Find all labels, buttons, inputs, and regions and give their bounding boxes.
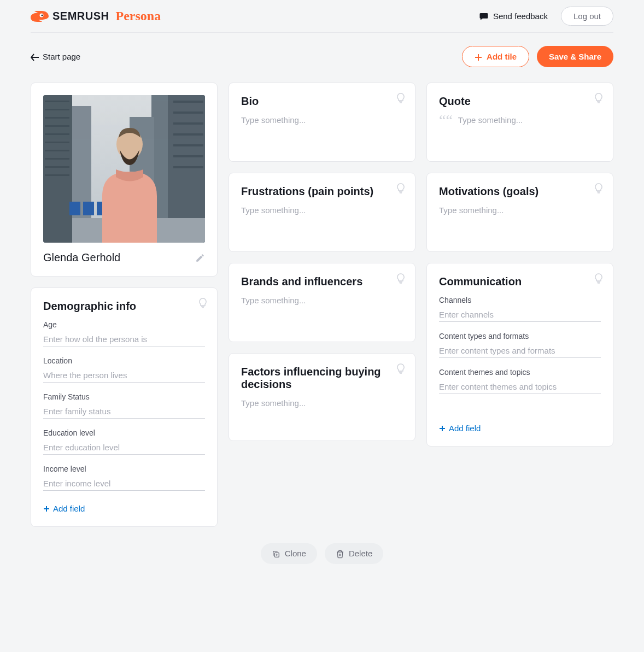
field-label-channels: Channels [439, 296, 601, 304]
communication-title: Communication [439, 275, 601, 288]
frustrations-title: Frustrations (pain points) [241, 185, 403, 198]
factors-input[interactable] [241, 398, 403, 426]
field-label-family: Family Status [43, 392, 205, 401]
quote-tile: Quote ““ [426, 83, 613, 162]
field-label-age: Age [43, 320, 205, 329]
svg-rect-23 [173, 144, 203, 146]
brands-input[interactable] [241, 296, 403, 324]
motivations-tile: Motivations (goals) [426, 173, 613, 252]
add-field-label: Add field [449, 424, 481, 433]
demographic-title: Demographic info [43, 300, 205, 313]
svg-rect-18 [45, 174, 69, 176]
svg-rect-11 [45, 117, 69, 119]
location-input[interactable] [43, 368, 205, 383]
field-label-content-types: Content types and formats [439, 332, 601, 340]
lightbulb-icon[interactable] [594, 183, 603, 196]
action-bar: Start page Add tile Save & Share [31, 46, 613, 67]
plus-icon [475, 52, 482, 61]
frustrations-input[interactable] [241, 205, 403, 233]
svg-rect-15 [45, 150, 69, 151]
svg-rect-25 [173, 166, 203, 168]
svg-rect-22 [173, 133, 203, 136]
field-label-location: Location [43, 356, 205, 365]
svg-rect-17 [45, 166, 69, 168]
delete-label: Delete [349, 549, 372, 558]
motivations-title: Motivations (goals) [439, 185, 601, 198]
clone-label: Clone [285, 549, 306, 558]
svg-rect-21 [173, 122, 203, 125]
age-input[interactable] [43, 332, 205, 346]
demographic-tile: Demographic info Age Location Family Sta… [31, 287, 218, 527]
field-label-content-themes: Content themes and topics [439, 368, 601, 377]
back-link[interactable]: Start page [31, 52, 80, 61]
factors-title: Factors influencing buying decisions [241, 366, 403, 391]
svg-rect-16 [45, 158, 69, 160]
edit-icon[interactable] [195, 252, 205, 263]
svg-rect-9 [45, 101, 69, 102]
persona-name: Glenda Gerhold [43, 251, 120, 264]
persona-avatar[interactable] [43, 95, 205, 243]
feedback-label: Send feedback [493, 11, 548, 21]
quote-icon: ““ [439, 116, 453, 124]
field-label-income: Income level [43, 465, 205, 473]
add-tile-button[interactable]: Add tile [462, 46, 529, 67]
frustrations-tile: Frustrations (pain points) [229, 173, 415, 252]
bio-tile: Bio [229, 83, 415, 162]
svg-rect-10 [45, 109, 69, 110]
lightbulb-icon[interactable] [594, 93, 603, 106]
bio-title: Bio [241, 95, 403, 108]
delete-button[interactable]: Delete [325, 543, 383, 564]
back-label: Start page [43, 52, 80, 61]
header: SEMRUSH Persona Send feedback Log out [31, 0, 613, 33]
svg-rect-27 [83, 202, 94, 215]
communication-tile: Communication Channels Content types and… [426, 263, 613, 447]
save-share-button[interactable]: Save & Share [537, 46, 613, 67]
brands-title: Brands and influencers [241, 275, 403, 288]
svg-point-1 [42, 14, 43, 16]
logo[interactable]: SEMRUSH Persona [31, 9, 161, 24]
quote-input[interactable] [458, 115, 601, 125]
lightbulb-icon[interactable] [396, 273, 405, 286]
family-status-input[interactable] [43, 404, 205, 419]
lightbulb-icon[interactable] [396, 93, 405, 106]
lightbulb-icon[interactable] [594, 273, 603, 286]
clone-icon [272, 549, 280, 559]
lightbulb-icon[interactable] [396, 363, 405, 377]
svg-rect-26 [69, 202, 80, 215]
trash-icon [336, 549, 344, 559]
footer-actions: Clone Delete [31, 543, 613, 564]
feedback-icon [479, 11, 489, 21]
field-label-education: Education level [43, 428, 205, 437]
clone-button[interactable]: Clone [261, 543, 317, 564]
motivations-input[interactable] [439, 205, 601, 233]
svg-rect-14 [45, 142, 69, 143]
svg-rect-19 [173, 101, 203, 103]
content-themes-input[interactable] [439, 380, 601, 394]
send-feedback-link[interactable]: Send feedback [479, 11, 548, 21]
back-arrow-icon [31, 52, 39, 61]
logout-button[interactable]: Log out [561, 7, 613, 26]
channels-input[interactable] [439, 308, 601, 322]
svg-rect-20 [173, 111, 203, 114]
add-field-demographic[interactable]: Add field [43, 504, 85, 513]
semrush-logo-icon [31, 10, 49, 23]
svg-rect-12 [45, 125, 69, 127]
add-field-communication[interactable]: Add field [439, 424, 481, 433]
quote-title: Quote [439, 95, 601, 108]
brand-sub: Persona [116, 9, 161, 24]
svg-rect-24 [173, 155, 203, 157]
content-types-input[interactable] [439, 344, 601, 358]
lightbulb-icon[interactable] [198, 298, 207, 311]
bio-input[interactable] [241, 115, 403, 143]
svg-rect-13 [45, 133, 69, 135]
brand-name: SEMRUSH [52, 10, 109, 22]
income-input[interactable] [43, 477, 205, 491]
add-field-label: Add field [53, 504, 85, 513]
education-input[interactable] [43, 440, 205, 455]
lightbulb-icon[interactable] [396, 183, 405, 196]
brands-tile: Brands and influencers [229, 263, 415, 342]
add-tile-label: Add tile [487, 52, 517, 61]
avatar-tile: Glenda Gerhold [31, 83, 218, 277]
factors-tile: Factors influencing buying decisions [229, 353, 415, 441]
